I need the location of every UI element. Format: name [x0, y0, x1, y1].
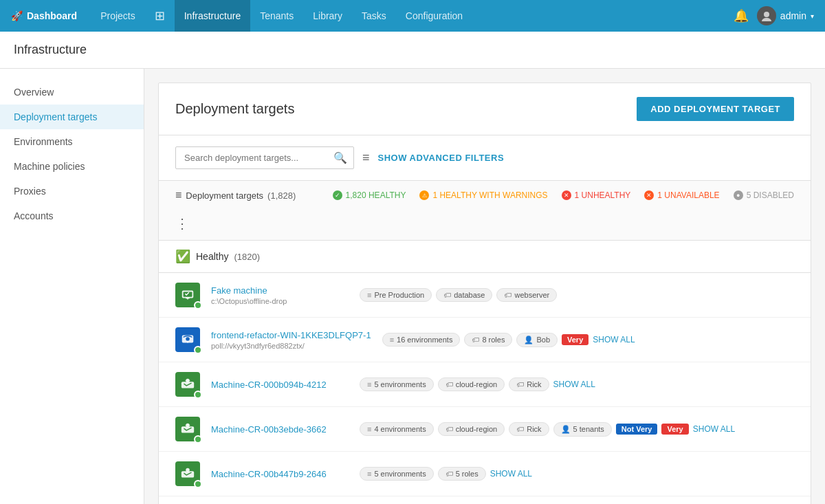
machine-info: Fake machine c:\Octopus\offline-drop [211, 285, 349, 305]
machine-row: Fake machine c:\Octopus\offline-drop ≡Pr… [159, 273, 811, 318]
status-bar-label: Deployment targets [186, 190, 263, 201]
tag-environments[interactable]: ≡16 environments [382, 333, 461, 347]
sidebar-item-deployment-targets[interactable]: Deployment targets [0, 105, 144, 129]
badge-not-very: Not Very [616, 424, 658, 435]
status-bar: ≡ Deployment targets (1,828) ✓ 1,820 HEA… [159, 181, 811, 241]
tag-roles[interactable]: 🏷8 roles [464, 333, 512, 347]
tag-environments[interactable]: ≡4 environments [360, 422, 434, 436]
search-icon[interactable]: 🔍 [333, 151, 347, 164]
tag-cloud-region[interactable]: 🏷cloud-region [438, 377, 505, 391]
machine-name[interactable]: Machine-CR-00b3ebde-3662 [211, 424, 349, 435]
nav-tasks[interactable]: Tasks [352, 0, 396, 32]
machine-name[interactable]: Machine-CR-000b094b-4212 [211, 380, 349, 390]
user-menu[interactable]: admin ▾ [757, 6, 814, 25]
show-all-link[interactable]: SHOW ALL [553, 380, 595, 389]
add-deployment-target-button[interactable]: ADD DEPLOYMENT TARGET [637, 97, 794, 121]
nav-projects[interactable]: Projects [91, 0, 145, 32]
badge-very: Very [562, 334, 588, 345]
machine-status-dot [194, 480, 202, 488]
svg-point-16 [186, 468, 190, 472]
page-header: Infrastructure [0, 32, 825, 69]
brand-label: Dashboard [27, 10, 77, 21]
show-advanced-filters-button[interactable]: SHOW ADVANCED FILTERS [378, 153, 505, 163]
show-all-link[interactable]: SHOW ALL [693, 424, 735, 434]
machine-path: poll://vkyyt3ndfyr6ed882ztx/ [211, 342, 371, 350]
tag-tenants[interactable]: 👤5 tenants [553, 422, 612, 437]
show-all-link[interactable]: SHOW ALL [490, 469, 532, 479]
machine-name[interactable]: frontend-refactor-WIN-1KKE3DLFQP7-1 [211, 330, 371, 340]
nav-configuration[interactable]: Configuration [396, 0, 472, 32]
nav-items: Projects ⊞ Infrastructure Tenants Librar… [91, 0, 734, 32]
machine-row: Machine-CR-00dc7800-1949 ≡5 environments… [159, 496, 811, 504]
more-options-icon[interactable]: ⋮ [175, 215, 189, 232]
tag-rick[interactable]: 🏷Rick [509, 377, 549, 391]
tag-cloud-region[interactable]: 🏷cloud-region [438, 422, 505, 436]
tag-environments[interactable]: ≡5 environments [360, 467, 434, 481]
machine-info: Machine-CR-00b3ebde-3662 [211, 424, 349, 435]
nav-library[interactable]: Library [303, 0, 352, 32]
top-navigation: 🚀 Dashboard Projects ⊞ Infrastructure Te… [0, 0, 825, 32]
page-title: Infrastructure [14, 43, 811, 57]
hamburger-icon: ≡ [175, 189, 182, 201]
panel-title: Deployment targets [175, 101, 294, 117]
status-unavailable: ✕ 1 UNAVAILABLE [644, 190, 719, 200]
nav-deploy-icon[interactable]: ⊞ [145, 0, 175, 32]
search-input[interactable] [175, 146, 354, 169]
machine-tags: ≡Pre Production 🏷database 🏷webserver [360, 288, 794, 302]
unavailable-label: 1 UNAVAILABLE [657, 190, 719, 200]
machine-info: Machine-CR-000b094b-4212 [211, 380, 349, 390]
machine-icon-cr3 [175, 461, 200, 486]
sidebar-item-machine-policies[interactable]: Machine policies [0, 154, 144, 179]
healthy-dot: ✓ [333, 190, 342, 200]
sidebar: Overview Deployment targets Environments… [0, 69, 144, 504]
nav-infrastructure[interactable]: Infrastructure [175, 0, 250, 32]
machine-icon-fake [175, 283, 200, 307]
sidebar-item-accounts[interactable]: Accounts [0, 204, 144, 228]
main-layout: Overview Deployment targets Environments… [0, 69, 825, 504]
machine-icon-frontend [175, 327, 200, 352]
machine-tags: ≡5 environments 🏷5 roles SHOW ALL [360, 467, 794, 481]
section-title: Healthy [196, 251, 228, 262]
machine-icon-cr2 [175, 417, 200, 441]
svg-point-0 [764, 12, 769, 17]
healthy-section-icon: ✅ [175, 249, 190, 264]
search-bar: 🔍 ≡ SHOW ADVANCED FILTERS [159, 135, 811, 181]
status-healthy: ✓ 1,820 HEALTHY [333, 190, 406, 200]
tag-pre-production[interactable]: ≡Pre Production [360, 288, 432, 302]
status-bar-title: ≡ Deployment targets (1,828) [175, 189, 296, 201]
machine-tags: ≡4 environments 🏷cloud-region 🏷Rick 👤5 t… [360, 422, 794, 437]
machine-name[interactable]: Machine-CR-00b447b9-2646 [211, 469, 349, 479]
warning-dot: ⚠ [419, 190, 429, 200]
status-bar-count: (1,828) [267, 190, 296, 201]
nav-tenants[interactable]: Tenants [250, 0, 303, 32]
machine-name[interactable]: Fake machine [211, 285, 349, 296]
machine-status-dot [194, 391, 202, 399]
user-chevron-icon: ▾ [811, 12, 814, 20]
tag-bob[interactable]: 👤Bob [516, 333, 558, 347]
machine-icon-cr1 [175, 372, 200, 397]
notification-icon[interactable]: 🔔 [734, 8, 749, 23]
machine-row: Machine-CR-000b094b-4212 ≡5 environments… [159, 362, 811, 407]
brand-logo[interactable]: 🚀 Dashboard [11, 10, 77, 21]
filter-icon[interactable]: ≡ [362, 151, 370, 165]
tag-database[interactable]: 🏷database [436, 288, 492, 302]
username-label: admin [780, 10, 806, 21]
healthy-label: 1,820 HEALTHY [346, 190, 406, 200]
tag-environments[interactable]: ≡5 environments [360, 377, 434, 391]
unhealthy-label: 1 UNHEALTHY [575, 190, 631, 200]
tag-rick[interactable]: 🏷Rick [509, 422, 549, 436]
show-all-link[interactable]: SHOW ALL [593, 335, 635, 344]
main-content: Deployment targets ADD DEPLOYMENT TARGET… [144, 69, 825, 504]
sidebar-item-overview[interactable]: Overview [0, 80, 144, 105]
sidebar-item-environments[interactable]: Environments [0, 129, 144, 154]
machine-tags: ≡5 environments 🏷cloud-region 🏷Rick SHOW… [360, 377, 794, 391]
tag-roles[interactable]: 🏷5 roles [438, 467, 486, 481]
unhealthy-dot: ✕ [562, 190, 571, 200]
avatar [757, 6, 776, 25]
machine-row: Machine-CR-00b3ebde-3662 ≡4 environments… [159, 407, 811, 452]
machine-tags: ≡16 environments 🏷8 roles 👤Bob Very SHOW… [382, 333, 794, 347]
svg-point-7 [186, 337, 190, 341]
sidebar-item-proxies[interactable]: Proxies [0, 179, 144, 204]
tag-webserver[interactable]: 🏷webserver [496, 288, 557, 302]
disabled-dot: ● [734, 190, 743, 200]
